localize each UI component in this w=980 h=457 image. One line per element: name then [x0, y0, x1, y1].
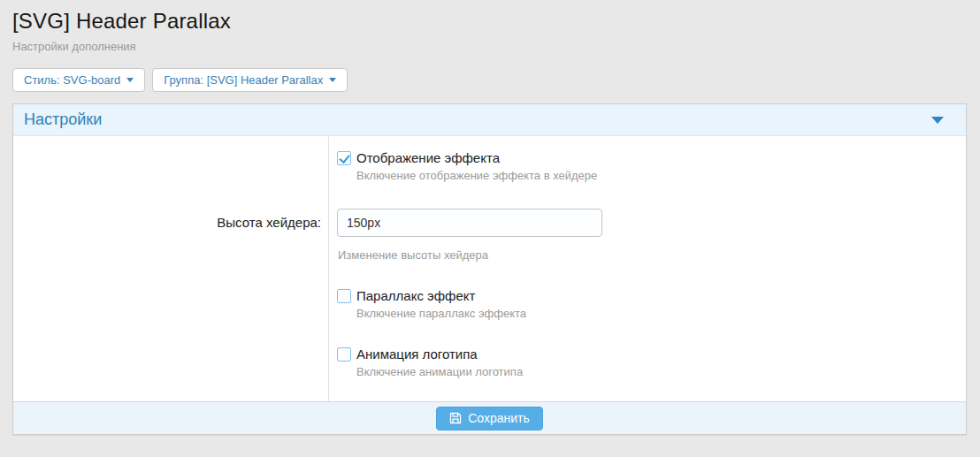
parallax-effect-label[interactable]: Параллакс эффект: [356, 288, 475, 303]
setting-row-logo-animation: Анимация логотипа Включение анимации лог…: [13, 347, 966, 378]
save-button-label: Сохранить: [468, 411, 530, 425]
parallax-effect-description: Включение параллакс эффекта: [356, 307, 948, 320]
field-label-cell: [13, 347, 328, 378]
display-effect-description: Включение отображение эффекта в хейдере: [356, 169, 948, 182]
page-title: [SVG] Header Parallax: [12, 9, 967, 34]
settings-panel-header[interactable]: Настройки: [13, 104, 966, 136]
group-dropdown-label: Группа: [SVG] Header Parallax: [164, 73, 323, 87]
filter-toolbar: Стиль: SVG-board Группа: [SVG] Header Pa…: [12, 68, 967, 92]
save-button[interactable]: Сохранить: [436, 407, 543, 430]
setting-row-header-height: Высота хейдера: Изменение высоты хейдера: [13, 209, 966, 262]
header-height-input[interactable]: [337, 209, 602, 237]
display-effect-label[interactable]: Отображение эффекта: [356, 150, 500, 165]
style-dropdown-label: Стиль: SVG-board: [24, 73, 120, 87]
logo-animation-checkbox[interactable]: [337, 347, 351, 362]
group-dropdown-button[interactable]: Группа: [SVG] Header Parallax: [152, 68, 348, 92]
logo-animation-label[interactable]: Анимация логотипа: [356, 347, 478, 362]
chevron-down-icon[interactable]: [931, 117, 944, 124]
setting-row-display-effect: Отображение эффекта Включение отображени…: [13, 150, 966, 182]
field-label-cell: [13, 288, 328, 320]
caret-down-icon: [126, 78, 134, 82]
field-label-cell: [13, 150, 328, 182]
logo-animation-description: Включение анимации логотипа: [356, 365, 948, 378]
settings-panel-footer: Сохранить: [13, 401, 966, 434]
style-dropdown-button[interactable]: Стиль: SVG-board: [12, 68, 145, 92]
header-height-label: Высота хейдера:: [13, 209, 328, 262]
caret-down-icon: [329, 78, 336, 82]
setting-row-parallax-effect: Параллакс эффект Включение параллакс эфф…: [13, 288, 966, 320]
settings-panel: Настройки Отображение эффекта Включение …: [12, 103, 967, 435]
save-icon: [449, 412, 462, 424]
settings-panel-body: Отображение эффекта Включение отображени…: [13, 136, 966, 401]
page: [SVG] Header Parallax Настройки дополнен…: [0, 0, 980, 435]
column-divider: [328, 136, 329, 401]
header-height-description: Изменение высоты хейдера: [338, 248, 948, 262]
page-subtitle: Настройки дополнения: [12, 40, 967, 53]
parallax-effect-checkbox[interactable]: [337, 289, 351, 303]
display-effect-checkbox[interactable]: [337, 151, 351, 165]
settings-panel-title: Настройки: [24, 110, 102, 129]
